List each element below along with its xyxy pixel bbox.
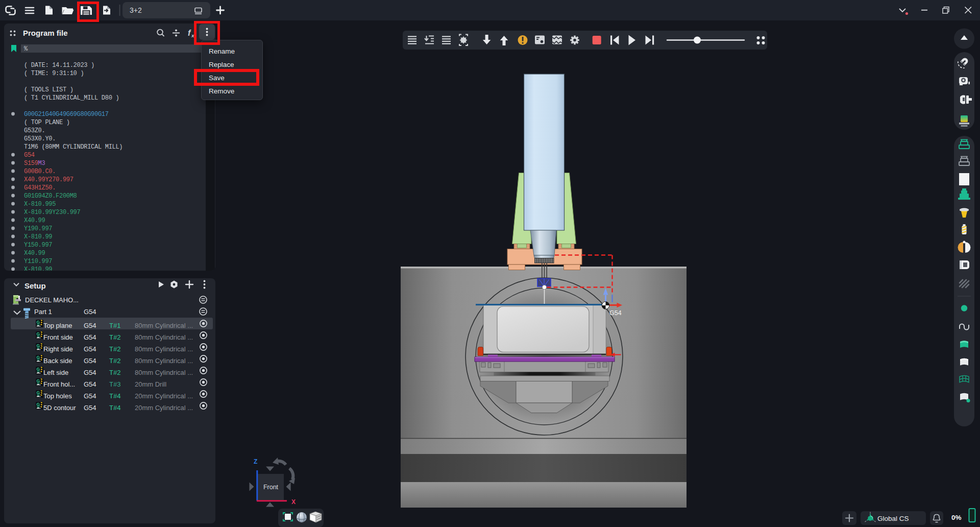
svg-text:Global CS: Global CS [877,515,909,522]
svg-text:Front: Front [263,484,279,491]
svg-text:G54: G54 [609,309,622,317]
svg-text:Z: Z [254,458,257,465]
svg-text:X: X [291,498,296,506]
svg-text:f: f [188,29,191,37]
